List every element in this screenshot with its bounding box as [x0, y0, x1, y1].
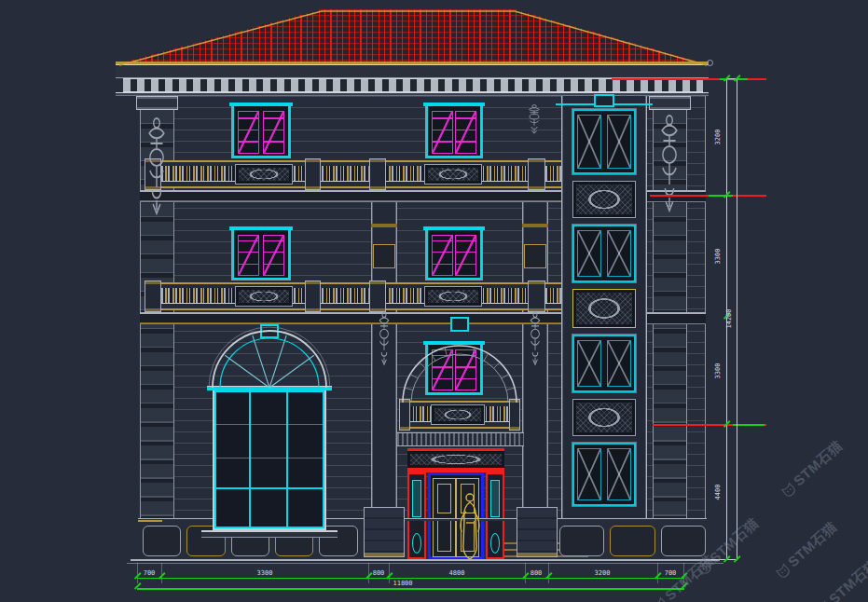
fanlight-spokes	[225, 335, 313, 388]
dim-total-line-right	[737, 78, 737, 560]
dim-label-bottom-1: 700	[138, 569, 160, 577]
level-mark-green	[709, 195, 733, 197]
ornament-drop-arch-left	[379, 312, 389, 364]
dim-label-right-1: 3200	[714, 118, 722, 156]
dim-label-bottom-5: 800	[525, 569, 547, 577]
dim-label-right-total: 14200	[725, 300, 733, 337]
dim-chain-line-bottom	[137, 578, 684, 579]
dim-label-bottom-6: 3200	[591, 569, 613, 577]
dim-label-bottom-2: 3300	[254, 569, 276, 577]
dim-label-bottom-total: 11800	[384, 580, 421, 587]
dim-label-bottom-3: 800	[367, 569, 390, 577]
datum-circle	[707, 60, 713, 66]
ornament-drop-arch-right	[530, 312, 540, 364]
dim-label-bottom-4: 4800	[446, 569, 468, 577]
level-mark-green	[733, 424, 765, 426]
roof-edge-lines	[119, 11, 707, 65]
dim-label-right-4: 4400	[714, 473, 722, 511]
cad-elevation-canvas[interactable]: 3200 3300 3300 4400 14200 700 3300 800 4…	[0, 0, 868, 602]
linework-overlay	[0, 0, 868, 602]
ornament-drop-left-pilaster	[149, 118, 164, 213]
dim-label-right-2: 3300	[714, 238, 722, 275]
scale-figure	[461, 494, 479, 559]
ornament-pilaster-top	[530, 105, 540, 134]
dim-total-line-bottom	[137, 588, 684, 590]
dim-label-right-3: 3300	[714, 352, 722, 390]
